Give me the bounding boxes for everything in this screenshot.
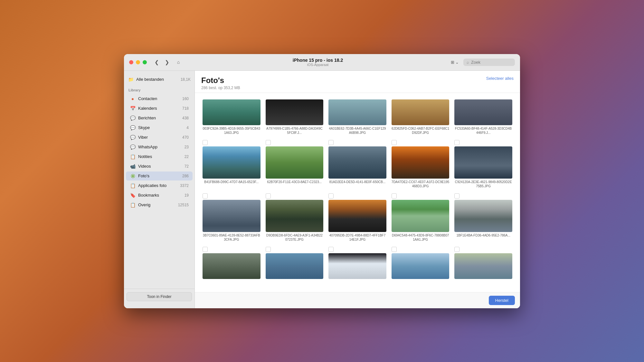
- sidebar-item-applicaties[interactable]: 📋 Applicaties foto 3372: [126, 181, 193, 190]
- sidebar-item-videos[interactable]: 📹 Videos 72: [126, 162, 193, 171]
- minimize-button[interactable]: [136, 60, 140, 64]
- photo-thumbnail[interactable]: [328, 200, 386, 232]
- folder-icon: 📁: [128, 77, 134, 82]
- whatsapp-icon: 💬: [130, 144, 136, 150]
- sidebar-count-fotos: 286: [182, 174, 189, 178]
- photo-filename: C924120A-2E3E-4621-9849-80520D2E75B5.JPG: [454, 180, 512, 188]
- content-footer: Herstel: [195, 292, 520, 308]
- content-area: Foto's 286 best. op 353,2 MB Selecteer a…: [195, 71, 520, 308]
- sidebar-count-videos: 72: [185, 164, 189, 169]
- photo-thumbnail[interactable]: [203, 200, 260, 232]
- photo-filename: 7DA47DE2-CC67-4E07-A1F2-DC9E195468D3.JPG: [392, 180, 450, 188]
- list-item: 003FC92A-39B5-4D18-9655-35F5CB431A63.JPG: [200, 97, 263, 137]
- photo-thumbnail[interactable]: [203, 99, 260, 125]
- sidebar-count-skype: 4: [186, 125, 189, 130]
- sidebar-item-skype[interactable]: 💬 Skype 4: [126, 123, 193, 132]
- list-item: FC533A60-BF48-414F-A528-3D3CD4B446F9.J..…: [452, 97, 515, 137]
- search-input[interactable]: [471, 60, 512, 65]
- list-item: C924120A-2E3E-4621-9849-80520D2E75B5.JPG: [452, 137, 515, 191]
- list-item: D9DB9ED8-6FDC-4AE9-A3F1-A34B2207237E.JPG: [263, 191, 326, 244]
- photo-select-checkbox[interactable]: [454, 140, 459, 145]
- photo-thumbnail[interactable]: [328, 253, 386, 279]
- herstel-button[interactable]: Herstel: [489, 296, 515, 305]
- content-subtitle: 286 best. op 353,2 MB: [201, 86, 240, 90]
- photo-select-checkbox[interactable]: [203, 247, 208, 252]
- photo-filename: B41FB688-D99C-47D7-8A15-6523F...: [203, 180, 260, 184]
- sidebar-item-all-files[interactable]: 📁 Alle bestanden 18,1K: [124, 75, 194, 84]
- sidebar-item-whatsapp[interactable]: 💬 WhatsApp 23: [126, 143, 193, 152]
- sidebar: 📁 Alle bestanden 18,1K Library ● Contact…: [124, 71, 195, 308]
- photo-thumbnail[interactable]: [203, 146, 260, 179]
- content-title: Foto's: [201, 76, 240, 85]
- view-toggle-button[interactable]: ⊞ ⌄: [449, 59, 461, 66]
- photo-select-checkbox[interactable]: [392, 140, 397, 145]
- search-box: ⌕: [463, 59, 515, 66]
- maximize-button[interactable]: [143, 60, 147, 64]
- photo-select-checkbox[interactable]: [392, 247, 397, 252]
- forward-button[interactable]: ❯: [162, 58, 171, 67]
- photo-thumbnail[interactable]: [328, 146, 386, 179]
- photo-select-checkbox[interactable]: [392, 193, 397, 199]
- list-item: 81AD2EE4-DE5D-4141-8E0F-650CB...: [326, 137, 389, 191]
- photo-thumbnail[interactable]: [454, 99, 512, 125]
- photo-thumbnail[interactable]: [266, 200, 324, 232]
- photo-select-checkbox[interactable]: [266, 193, 271, 199]
- home-button[interactable]: ⌂: [174, 58, 183, 67]
- photo-thumbnail[interactable]: [392, 253, 450, 279]
- photo-filename: 407095DB-2D7E-49B4-88D7-4FF1BF714E1F.JPG: [328, 233, 386, 242]
- photo-thumbnail[interactable]: [392, 146, 450, 179]
- sidebar-item-fotos[interactable]: ✳️ Foto's 286: [126, 172, 193, 181]
- sidebar-label-notities: Notities: [138, 154, 182, 159]
- sidebar-label-fotos: Foto's: [138, 173, 180, 178]
- sidebar-label-kalenders: Kalenders: [138, 106, 180, 111]
- photo-filename: A7974999-C1B5-4766-A88D-DA3349C5FC8F.J..…: [266, 126, 324, 135]
- photo-thumbnail[interactable]: [454, 200, 512, 232]
- photo-select-checkbox[interactable]: [328, 140, 334, 145]
- photo-select-checkbox[interactable]: [454, 193, 459, 199]
- photo-select-checkbox[interactable]: [454, 247, 459, 252]
- sidebar-item-notities[interactable]: 📋 Notities 22: [126, 152, 193, 161]
- skype-icon: 💬: [130, 125, 136, 131]
- close-button[interactable]: [129, 60, 133, 64]
- sidebar-all-files-count: 18,1K: [181, 77, 191, 82]
- calendar-icon: 📅: [130, 106, 136, 111]
- sidebar-count-contacten: 160: [182, 97, 189, 101]
- photo-thumbnail[interactable]: [454, 253, 512, 279]
- photo-thumbnail[interactable]: [392, 200, 450, 232]
- sidebar-item-overig[interactable]: 📋 Overig 12515: [126, 200, 193, 209]
- photo-thumbnail[interactable]: [203, 253, 260, 279]
- photo-select-checkbox[interactable]: [266, 247, 271, 252]
- sidebar-item-bookmarks[interactable]: 🔖 Bookmarks 19: [126, 191, 193, 200]
- sidebar-item-contacten[interactable]: ● Contacten 160: [126, 94, 193, 103]
- photo-select-checkbox[interactable]: [266, 140, 271, 145]
- photo-thumbnail[interactable]: [328, 99, 386, 125]
- photo-select-checkbox[interactable]: [203, 140, 208, 145]
- photo-select-checkbox[interactable]: [328, 247, 334, 252]
- list-item: 4A31BE62-7D3B-4A45-A66C-C1EF129A6B98.JPG: [326, 97, 389, 137]
- sidebar-label-whatsapp: WhatsApp: [138, 144, 182, 149]
- photo-filename: 1BF1E4BA-FD36-4AD6-95E2-786A...: [454, 233, 512, 237]
- sidebar-all-files-label: Alle bestanden: [136, 77, 178, 82]
- photo-grid-container[interactable]: 003FC92A-39B5-4D18-9655-35F5CB431A63.JPG…: [195, 93, 520, 292]
- sidebar-label-viber: Viber: [138, 135, 180, 140]
- sidebar-item-berichten[interactable]: 💬 Berichten 438: [126, 114, 193, 123]
- photo-select-checkbox[interactable]: [328, 193, 334, 199]
- sidebar-item-kalenders[interactable]: 📅 Kalenders 718: [126, 104, 193, 113]
- list-item: [452, 244, 515, 282]
- photo-thumbnail[interactable]: [266, 99, 324, 125]
- sidebar-count-viber: 470: [182, 135, 189, 140]
- sidebar-item-viber[interactable]: 💬 Viber 470: [126, 133, 193, 142]
- sidebar-count-bookmarks: 19: [185, 193, 189, 198]
- photo-thumbnail[interactable]: [454, 146, 512, 179]
- photo-thumbnail[interactable]: [266, 146, 324, 179]
- photo-select-checkbox[interactable]: [203, 193, 208, 199]
- list-item: [326, 244, 389, 282]
- back-button[interactable]: ❮: [152, 58, 161, 67]
- sidebar-label-bookmarks: Bookmarks: [138, 193, 182, 198]
- finder-button[interactable]: Toon in Finder: [127, 292, 192, 301]
- photo-thumbnail[interactable]: [392, 99, 450, 125]
- select-all-button[interactable]: Selecteer alles: [486, 76, 514, 81]
- apps-icon: 📋: [130, 183, 136, 189]
- photo-thumbnail[interactable]: [266, 253, 324, 279]
- list-item: 62D825FD-C062-4AB7-B2FC-EEF68C1D92DF.JPG: [389, 97, 452, 137]
